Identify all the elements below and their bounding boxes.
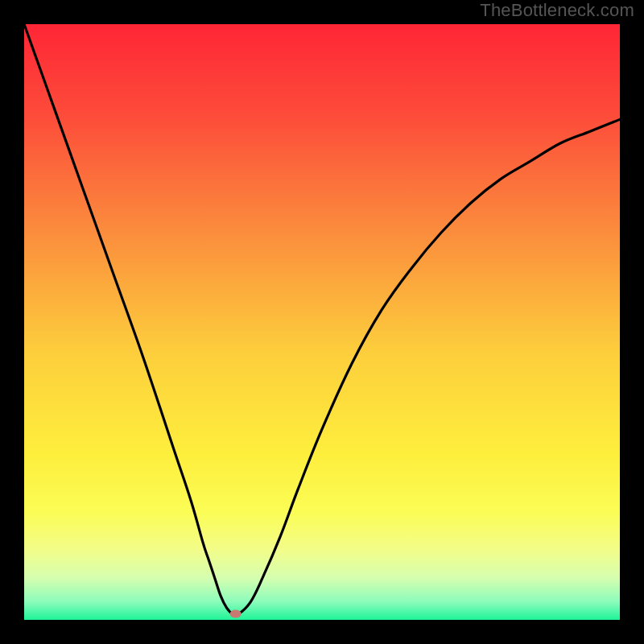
- watermark-label: TheBottleneck.com: [480, 0, 634, 21]
- plot-area: [24, 24, 620, 620]
- plot-svg: [24, 24, 620, 620]
- minimum-marker: [230, 610, 242, 618]
- gradient-background: [24, 24, 620, 620]
- chart-frame: TheBottleneck.com: [0, 0, 644, 644]
